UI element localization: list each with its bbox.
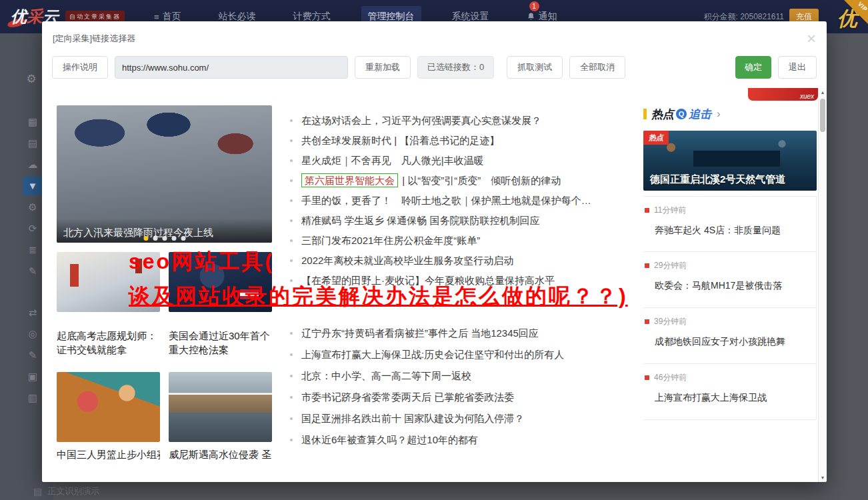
- book-icon[interactable]: ▥: [23, 389, 43, 407]
- hot-news-item[interactable]: 39分钟前成都地铁回应女子对小孩跳艳舞: [643, 308, 816, 364]
- headline-text: 第六届世界智能大会 | 以“智变”引“质变” 倾听创新的律动: [301, 175, 561, 187]
- scroll-up-arrow[interactable]: ▲: [819, 90, 827, 95]
- hot-news-time: 39分钟前: [654, 316, 687, 327]
- gear-icon[interactable]: ⚙: [21, 72, 41, 86]
- filter-icon[interactable]: ▼: [23, 177, 43, 195]
- selected-link[interactable]: 第六届世界智能大会: [301, 173, 398, 187]
- menu-icon: ≡: [154, 12, 159, 22]
- cloud-icon[interactable]: ☁: [23, 155, 43, 174]
- help-button[interactable]: 操作说明: [52, 56, 108, 79]
- accent-bar: [643, 109, 647, 119]
- vip-ribbon: VIP: [844, 0, 868, 24]
- headline-text: 2022年离校未就业高校毕业生服务攻坚行动启动: [301, 255, 513, 267]
- settings-icon[interactable]: ⚙: [23, 198, 43, 217]
- headline-text: 共创全球发展新时代 | 【沿着总书记的足迹】: [301, 135, 499, 147]
- url-input[interactable]: [115, 56, 348, 79]
- hot-news-title: 上海宣布打赢大上海保卫战: [655, 392, 809, 404]
- cancel-all-button[interactable]: 全部取消: [569, 56, 625, 79]
- link-icon[interactable]: ◎: [23, 325, 43, 343]
- write-icon[interactable]: ✎: [23, 346, 43, 365]
- article-caption: 中国三人男篮止步小组赛: [57, 447, 160, 461]
- carousel-dots: [143, 236, 185, 241]
- scroll-thumb[interactable]: [820, 99, 825, 132]
- bullet-icon: [290, 375, 293, 377]
- headline-text: 国足亚洲排名跌出前十 国家队建设为何陷入停滞？: [301, 413, 524, 425]
- bullet-icon: [290, 159, 293, 162]
- grab-test-button[interactable]: 抓取测试: [507, 56, 563, 79]
- headline-item[interactable]: 上海宣布打赢大上海保卫战:历史会记住坚守和付出的所有人: [290, 344, 643, 365]
- hot-news-item[interactable]: 46分钟前上海宣布打赢大上海保卫战: [643, 364, 816, 420]
- database-icon[interactable]: ≣: [23, 241, 43, 259]
- headline-item[interactable]: 在这场对话会上，习近平为何强调要真心实意谋发展？: [290, 111, 643, 131]
- article-caption: 美国会通过近30年首个重大控枪法案: [169, 329, 272, 357]
- bullet-icon: [290, 353, 293, 356]
- vip-label: VIP: [857, 1, 868, 13]
- close-icon[interactable]: ×: [807, 32, 816, 45]
- confirm-button[interactable]: 确定: [735, 56, 771, 79]
- link-selector-modal: [定向采集]链接选择器 × 操作说明 重新加载 已选链接数：0 抓取测试 全部取…: [42, 21, 827, 482]
- article-card[interactable]: 威尼斯遇高水位侵袭 圣: [169, 372, 272, 461]
- box-icon[interactable]: ▣: [23, 367, 43, 386]
- headline-item[interactable]: 2022年离校未就业高校毕业生服务攻坚行动启动: [290, 251, 643, 271]
- modal-toolbar: 操作说明 重新加载 已选链接数：0 抓取测试 全部取消 确定 退出: [42, 52, 827, 88]
- hot-news-title: 欧委会：马航MH17是被俄击落: [655, 280, 809, 292]
- headline-item[interactable]: 三部门发布2021年住房公积金年度“账单”: [290, 231, 643, 251]
- dashboard-icon[interactable]: ▦: [23, 113, 43, 131]
- bullet-icon: [290, 417, 293, 420]
- headline-item[interactable]: 【在希望的田野上·麦收记】今年夏粮收购总量保持高水平: [290, 271, 643, 291]
- article-thumb: [169, 372, 272, 442]
- modal-header: [定向采集]链接选择器 ×: [42, 21, 827, 52]
- bullet-icon: [290, 199, 293, 202]
- headline-item[interactable]: 星火成炬｜不舍再见 凡人微光|丰收温暖: [290, 151, 643, 171]
- promo-banner[interactable]: xuex: [748, 88, 818, 101]
- sidebar-item-content-recognition[interactable]: ▤ 正文识别演示: [33, 485, 99, 497]
- headline-item[interactable]: 辽宁丹东“持黄码者看病被拦”事件之后 当地12345回应: [290, 323, 643, 344]
- headline-item[interactable]: 手里的饭，更香了！ 聆听土地之歌｜保护黑土地就是保护每个…: [290, 191, 643, 211]
- bullet-icon: [290, 332, 293, 335]
- logo-char: 优: [11, 6, 27, 27]
- article-cards-row: 中国三人男篮止步小组赛威尼斯遇高水位侵袭 圣: [57, 372, 272, 461]
- headline-list-top: 在这场对话会上，习近平为何强调要真心实意谋发展？共创全球发展新时代 | 【沿着总…: [290, 111, 643, 291]
- headline-item[interactable]: 精准赋码 学生返乡 保通保畅 国务院联防联控机制回应: [290, 211, 643, 231]
- carousel-dot[interactable]: [153, 236, 157, 241]
- carousel-dot[interactable]: [181, 236, 185, 241]
- left-column: 北方入汛来最强降雨过程今夜上线 起底高考志愿规划师：证书交钱就能拿美国会通过近3…: [57, 105, 272, 461]
- carousel-dot[interactable]: [143, 236, 148, 241]
- headline-text: 在这场对话会上，习近平为何强调要真心实意谋发展？: [301, 115, 541, 127]
- article-card[interactable]: 中国三人男篮止步小组赛: [57, 372, 160, 461]
- hot-badge: 热点: [643, 131, 669, 145]
- reload-button[interactable]: 重新加载: [355, 56, 411, 79]
- headline-text: 精准赋码 学生返乡 保通保畅 国务院联防联控机制回应: [301, 215, 540, 227]
- hot-news-item[interactable]: 11分钟前奔驰车起火 4S店：非质量问题: [643, 196, 816, 252]
- headline-item[interactable]: 市委书记跻身省委常委两天后 已掌舵省委政法委: [290, 387, 643, 408]
- article-thumb: [169, 252, 272, 312]
- headline-item[interactable]: 第六届世界智能大会 | 以“智变”引“质变” 倾听创新的律动: [290, 171, 643, 191]
- headline-column: 在这场对话会上，习近平为何强调要真心实意谋发展？共创全球发展新时代 | 【沿着总…: [290, 111, 643, 451]
- logo-char: 采: [27, 6, 43, 27]
- bullet-icon: [290, 219, 293, 222]
- headline-item[interactable]: 国足亚洲排名跌出前十 国家队建设为何陷入停滞？: [290, 408, 643, 429]
- red-square-icon: [645, 263, 649, 268]
- headline-text: 三部门发布2021年住房公积金年度“账单”: [301, 235, 480, 247]
- chevron-right-icon[interactable]: ›: [717, 107, 721, 121]
- featured-article[interactable]: 热点 德国正重启北溪2号天然气管道: [643, 131, 817, 191]
- scroll-down-arrow[interactable]: ▼: [819, 475, 827, 480]
- article-card[interactable]: 美国会通过近30年首个重大控枪法案: [169, 252, 272, 357]
- scrollbar[interactable]: ▲ ▼: [818, 88, 827, 482]
- headline-item[interactable]: 共创全球发展新时代 | 【沿着总书记的足迹】: [290, 131, 643, 151]
- carousel-image[interactable]: 北方入汛来最强降雨过程今夜上线: [57, 105, 272, 243]
- sync-icon[interactable]: ⇄: [23, 303, 43, 322]
- list-icon[interactable]: ▤: [23, 134, 43, 153]
- selected-count: 已选链接数：0: [417, 56, 494, 79]
- doc-icon: ▤: [33, 486, 42, 497]
- headline-item[interactable]: 北京：中小学、高一高二等下周一返校: [290, 365, 643, 387]
- headline-item[interactable]: 退休近6年被查算久吗？超过10年的都有: [290, 429, 643, 451]
- article-card[interactable]: 起底高考志愿规划师：证书交钱就能拿: [57, 252, 160, 357]
- carousel-dot[interactable]: [162, 236, 167, 241]
- hot-news-item[interactable]: 29分钟前欧委会：马航MH17是被俄击落: [643, 252, 816, 308]
- hot-panel-header: 热点 Q 追击 ›: [643, 107, 817, 121]
- refresh-icon[interactable]: ⟳: [23, 219, 43, 238]
- carousel-dot[interactable]: [171, 236, 176, 241]
- edit-icon[interactable]: ✎: [23, 262, 43, 281]
- exit-button[interactable]: 退出: [778, 56, 817, 79]
